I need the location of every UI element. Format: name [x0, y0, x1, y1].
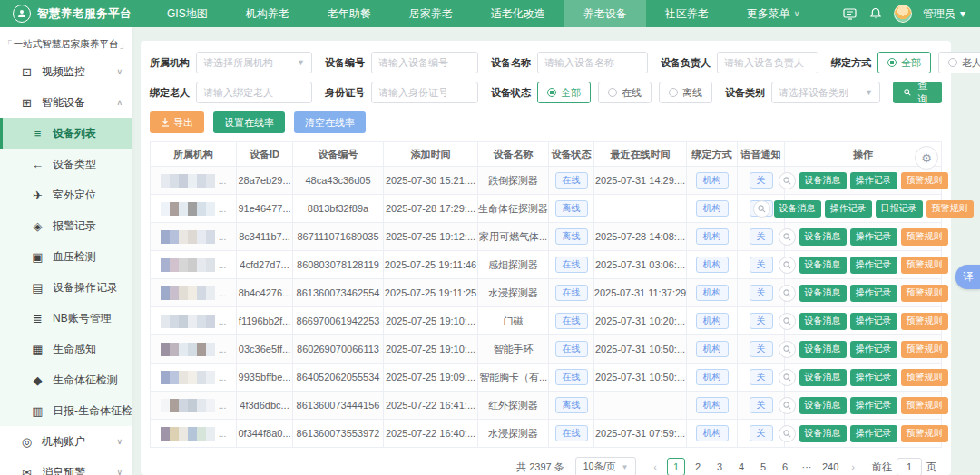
outdoor-location-icon: ✈: [31, 189, 44, 202]
op-button-操作记录[interactable]: 操作记录: [850, 341, 897, 358]
page-number-5[interactable]: 5: [754, 458, 772, 475]
radio-离线[interactable]: 离线: [659, 82, 712, 103]
filter-input-设备编号[interactable]: [371, 52, 478, 73]
op-button-预警规则[interactable]: 预警规则: [901, 257, 948, 274]
op-button-设备消息[interactable]: 设备消息: [774, 200, 821, 218]
sidebar-subitem-8[interactable]: ▦生命感知: [0, 334, 132, 364]
op-button-操作记录[interactable]: 操作记录: [850, 257, 897, 274]
op-button-预警规则[interactable]: 预警规则: [901, 341, 948, 358]
bind-type-badge: 机构: [696, 257, 729, 273]
view-detail-button[interactable]: [753, 200, 770, 218]
view-detail-button[interactable]: [779, 285, 796, 302]
sidebar-subitem-3[interactable]: ✈室外定位: [0, 179, 132, 210]
op-button-设备消息[interactable]: 设备消息: [799, 172, 847, 189]
nav-item-3[interactable]: 老年助餐: [309, 0, 390, 27]
op-button-设备消息[interactable]: 设备消息: [799, 257, 847, 274]
op-button-设备消息[interactable]: 设备消息: [799, 228, 847, 246]
view-detail-button[interactable]: [779, 172, 796, 189]
column-header-绑定方式: 绑定方式: [687, 142, 738, 166]
op-button-预警规则[interactable]: 预警规则: [901, 285, 948, 302]
sidebar-subitem-10[interactable]: ▥日报-生命体征检测: [0, 395, 132, 426]
search-button[interactable]: 查询: [893, 82, 942, 103]
brand[interactable]: 智慧养老服务平台: [0, 5, 148, 23]
op-button-设备消息[interactable]: 设备消息: [799, 397, 847, 414]
op-button-预警规则[interactable]: 预警规则: [901, 172, 948, 189]
radio-全部[interactable]: 全部: [537, 82, 591, 103]
op-button-操作记录[interactable]: 操作记录: [825, 200, 872, 218]
sidebar-subitem-2[interactable]: ←设备类型: [0, 149, 132, 179]
sidebar-item-2[interactable]: ⊞智能设备∧: [0, 87, 132, 118]
op-button-操作记录[interactable]: 操作记录: [850, 285, 897, 302]
op-button-操作记录[interactable]: 操作记录: [850, 228, 897, 246]
user-menu[interactable]: 管理员 ▾: [923, 6, 965, 22]
page-number-240[interactable]: 240: [819, 458, 841, 475]
op-button-设备消息[interactable]: 设备消息: [799, 313, 847, 330]
nav-item-4[interactable]: 居家养老: [390, 0, 472, 27]
column-settings-button[interactable]: ⚙: [915, 146, 938, 170]
page-number-1[interactable]: 1: [667, 458, 685, 475]
op-button-操作记录[interactable]: 操作记录: [850, 172, 897, 189]
export-button[interactable]: 导出: [150, 111, 204, 133]
monitor-screen-icon[interactable]: [843, 6, 858, 21]
view-detail-button[interactable]: [779, 425, 796, 442]
filter-input-设备负责人[interactable]: [717, 52, 818, 73]
view-detail-button[interactable]: [779, 228, 796, 246]
nav-item-2[interactable]: 机构养老: [227, 0, 309, 27]
op-button-操作记录[interactable]: 操作记录: [850, 425, 897, 442]
op-button-预警规则[interactable]: 预警规则: [901, 397, 948, 414]
nav-item-1[interactable]: GIS地图: [148, 0, 227, 27]
nav-item-7[interactable]: 社区养老: [646, 0, 728, 27]
next-page-button[interactable]: ›: [847, 461, 859, 472]
sidebar-item-1[interactable]: ⊡视频监控∨: [0, 56, 132, 87]
view-detail-button[interactable]: [779, 341, 796, 358]
filter-input-身份证号[interactable]: [371, 82, 478, 103]
radio-老人[interactable]: 老人: [938, 52, 980, 73]
op-button-设备消息[interactable]: 设备消息: [799, 285, 847, 302]
op-button-操作记录[interactable]: 操作记录: [850, 369, 897, 386]
sidebar-subitem-9[interactable]: ◆生命体征检测: [0, 364, 132, 395]
view-detail-button[interactable]: [779, 313, 796, 330]
view-detail-button[interactable]: [779, 257, 796, 274]
radio-全部[interactable]: 全部: [877, 52, 931, 73]
op-button-设备消息[interactable]: 设备消息: [799, 341, 847, 358]
sidebar-subitem-4[interactable]: ◈报警记录: [0, 210, 132, 241]
op-button-预警规则[interactable]: 预警规则: [901, 425, 948, 442]
page-size-select[interactable]: 10条/页 ▼: [575, 457, 637, 475]
user-avatar[interactable]: [894, 5, 912, 23]
page-number-6[interactable]: 6: [776, 458, 794, 475]
sidebar-subitem-1[interactable]: ≡设备列表: [0, 118, 132, 149]
nav-item-5[interactable]: 适老化改造: [472, 0, 564, 27]
goto-page-input[interactable]: [897, 458, 922, 475]
nav-item-8[interactable]: 更多菜单∨: [728, 0, 819, 27]
op-button-预警规则[interactable]: 预警规则: [926, 200, 974, 218]
prev-page-button[interactable]: ‹: [649, 461, 662, 472]
page-number-2[interactable]: 2: [689, 458, 707, 475]
page-number-3[interactable]: 3: [710, 458, 729, 475]
sidebar-item-3[interactable]: ◎机构账户∨: [0, 426, 132, 457]
op-button-设备消息[interactable]: 设备消息: [799, 369, 847, 386]
op-button-预警规则[interactable]: 预警规则: [901, 313, 948, 330]
set-online-rate-button[interactable]: 设置在线率: [213, 111, 285, 133]
op-button-操作记录[interactable]: 操作记录: [850, 397, 897, 414]
radio-在线[interactable]: 在线: [598, 82, 652, 103]
nav-item-6[interactable]: 养老设备: [564, 0, 646, 27]
op-button-预警规则[interactable]: 预警规则: [901, 228, 948, 246]
view-detail-button[interactable]: [779, 397, 796, 414]
notification-bell-icon[interactable]: [868, 6, 883, 21]
sidebar-subitem-5[interactable]: ▣血压检测: [0, 241, 132, 272]
sidebar-subitem-6[interactable]: ▤设备操作记录: [0, 272, 132, 303]
op-button-操作记录[interactable]: 操作记录: [850, 313, 897, 330]
translate-float-button[interactable]: 译: [956, 265, 980, 289]
filter-select-所属机构[interactable]: 请选择所属机构▼: [196, 52, 312, 73]
filter-select-设备类别[interactable]: 请选择设备类别▼: [771, 82, 880, 103]
view-detail-button[interactable]: [779, 369, 796, 386]
sidebar-item-4[interactable]: ✉消息预警∨: [0, 457, 132, 475]
clear-online-rate-button[interactable]: 清空在线率: [294, 111, 366, 133]
op-button-设备消息[interactable]: 设备消息: [799, 425, 847, 442]
sidebar-subitem-7[interactable]: ≣NB账号管理: [0, 303, 132, 334]
op-button-日报记录[interactable]: 日报记录: [876, 200, 923, 218]
filter-input-设备名称[interactable]: [537, 52, 648, 73]
page-number-4[interactable]: 4: [732, 458, 750, 475]
filter-input-绑定老人[interactable]: [196, 82, 312, 103]
op-button-预警规则[interactable]: 预警规则: [901, 369, 948, 386]
